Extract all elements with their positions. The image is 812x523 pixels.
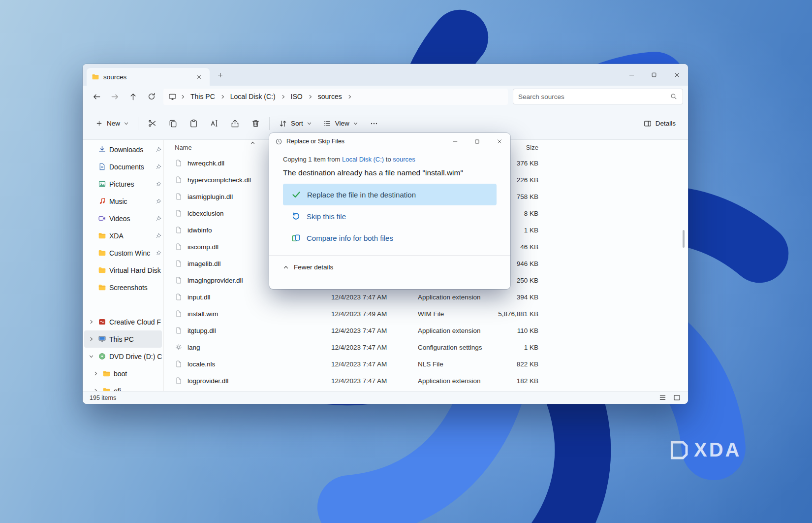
file-date: 12/4/2023 7:47 AM — [331, 377, 418, 385]
chevron-right-icon[interactable] — [88, 336, 95, 342]
sidebar-item-efi[interactable]: efi — [84, 382, 162, 391]
details-view-icon[interactable] — [658, 393, 667, 402]
file-date: 12/4/2023 7:47 AM — [331, 344, 418, 351]
chevron-down-icon — [307, 121, 312, 126]
share-button[interactable] — [224, 115, 245, 132]
breadcrumb: This PCLocal Disk (C:)ISOsources — [163, 89, 508, 105]
pin-icon — [156, 250, 162, 256]
file-name: iasmigplugin.dll — [187, 193, 233, 200]
destination-link[interactable]: sources — [393, 156, 415, 163]
search-icon[interactable] — [670, 93, 678, 100]
forward-button[interactable] — [106, 88, 124, 105]
sidebar-item-virtual-hard-disk[interactable]: Virtual Hard Disk — [84, 262, 162, 279]
back-button[interactable] — [88, 88, 106, 105]
file-name-cell: logprovider.dll — [169, 377, 331, 385]
tab-close-icon[interactable] — [193, 71, 205, 83]
sidebar-item-documents[interactable]: Documents — [84, 158, 162, 175]
sidebar-item-creative-cloud-f[interactable]: Creative Cloud F — [84, 313, 162, 330]
chevron-right-icon[interactable] — [92, 371, 99, 376]
file-size: 1 KB — [497, 344, 538, 351]
sidebar-item-pictures[interactable]: Pictures — [84, 175, 162, 193]
sort-button[interactable]: Sort — [273, 115, 317, 132]
sidebar-item-videos[interactable]: Videos — [84, 210, 162, 227]
details-button[interactable]: Details — [638, 115, 681, 132]
table-row[interactable]: install.wim12/4/2023 7:49 AMWIM File5,87… — [169, 305, 688, 322]
new-tab-button[interactable] — [212, 66, 228, 83]
search-input[interactable] — [518, 93, 666, 100]
copy-line-prefix: Copying 1 item from — [283, 156, 342, 163]
dialog-titlebar: Replace or Skip Files — [269, 133, 510, 150]
sort-icon — [279, 119, 287, 128]
table-row[interactable]: lang12/4/2023 7:47 AMConfiguration setti… — [169, 339, 688, 356]
table-row[interactable]: input.dll12/4/2023 7:47 AMApplication ex… — [169, 289, 688, 305]
dialog-close-button[interactable] — [488, 133, 510, 150]
copy-button[interactable] — [162, 115, 183, 132]
view-button[interactable]: View — [317, 115, 364, 132]
up-button[interactable] — [124, 88, 142, 105]
dialog-footer[interactable]: Fewer details — [269, 255, 510, 279]
music-icon — [98, 197, 106, 205]
sidebar-item-this-pc[interactable]: This PC — [84, 330, 162, 348]
dialog-option-compare-info-for-both-files[interactable]: Compare info for both files — [283, 227, 497, 249]
breadcrumb-item-this-pc[interactable]: This PC — [189, 92, 217, 101]
large-icons-view-icon[interactable] — [673, 393, 681, 402]
new-button-label: New — [107, 120, 120, 127]
sidebar-item-screenshots[interactable]: Screenshots — [84, 279, 162, 296]
refresh-button[interactable] — [142, 88, 160, 105]
chevron-right-icon[interactable] — [180, 94, 186, 99]
file-name: hwreqchk.dll — [187, 160, 224, 167]
sidebar-item-xda[interactable]: XDA — [84, 227, 162, 244]
table-row[interactable]: logprovider.dll12/4/2023 7:47 AMApplicat… — [169, 372, 688, 389]
dialog-option-label: Replace the file in the destination — [307, 191, 416, 199]
chevron-right-icon[interactable] — [220, 94, 225, 99]
breadcrumb-item-iso[interactable]: ISO — [289, 92, 304, 101]
dialog-option-skip-this-file[interactable]: Skip this file — [283, 205, 497, 227]
xda-bracket-icon — [668, 440, 689, 460]
table-row[interactable]: itgtupg.dll12/4/2023 7:47 AMApplication … — [169, 322, 688, 339]
sidebar-item-boot[interactable]: boot — [84, 365, 162, 382]
pin-icon — [156, 146, 162, 153]
chevron-down-icon[interactable] — [88, 354, 95, 359]
dialog-minimize-button[interactable] — [444, 133, 466, 150]
chevron-right-icon[interactable] — [92, 388, 99, 391]
file-name: input.dll — [187, 294, 211, 301]
sidebar-item-label: Creative Cloud F — [109, 318, 162, 326]
folder-icon — [98, 283, 106, 292]
chevron-right-icon[interactable] — [88, 319, 95, 325]
sidebar-item-music[interactable]: Music — [84, 193, 162, 210]
sidebar-item-custom-winc[interactable]: Custom Winc — [84, 244, 162, 262]
breadcrumb-item-local-disk-c[interactable]: Local Disk (C:) — [229, 92, 277, 101]
sidebar-item-dvd-drive-d-c[interactable]: DVD Drive (D:) C — [84, 348, 162, 365]
sidebar-item-label: Virtual Hard Disk — [109, 266, 162, 274]
file-name: icbexclusion — [187, 210, 224, 217]
new-button[interactable]: New — [90, 115, 134, 132]
chevron-right-icon[interactable] — [281, 94, 286, 99]
vertical-scrollbar[interactable] — [683, 230, 685, 248]
file-name: logprovider.dll — [187, 377, 228, 385]
dialog-maximize-button[interactable] — [466, 133, 488, 150]
delete-button[interactable] — [245, 115, 266, 132]
sidebar-item-label: Pictures — [109, 180, 153, 188]
more-options-button[interactable] — [364, 115, 384, 132]
cut-button[interactable] — [142, 115, 162, 132]
file-icon — [175, 276, 183, 284]
source-link[interactable]: Local Disk (C:) — [342, 156, 384, 163]
sidebar-item-downloads[interactable]: Downloads — [84, 141, 162, 158]
file-date: 12/4/2023 7:47 AM — [331, 327, 418, 334]
minimize-button[interactable] — [620, 64, 643, 86]
file-icon — [175, 293, 183, 301]
search-box[interactable] — [513, 89, 683, 104]
chevron-right-icon[interactable] — [347, 94, 352, 99]
paste-button[interactable] — [183, 115, 204, 132]
chevron-right-icon[interactable] — [308, 94, 313, 99]
close-button[interactable] — [665, 64, 688, 86]
rename-button[interactable] — [204, 115, 224, 132]
dialog-option-replace-the-file-in-the-destination[interactable]: Replace the file in the destination — [283, 184, 497, 205]
details-button-label: Details — [656, 120, 676, 127]
window-controls — [620, 64, 688, 86]
maximize-button[interactable] — [643, 64, 665, 86]
breadcrumb-item-sources[interactable]: sources — [316, 92, 344, 101]
tab-sources[interactable]: sources — [87, 68, 210, 86]
pc-icon — [98, 335, 106, 343]
table-row[interactable]: locale.nls12/4/2023 7:47 AMNLS File822 K… — [169, 356, 688, 372]
